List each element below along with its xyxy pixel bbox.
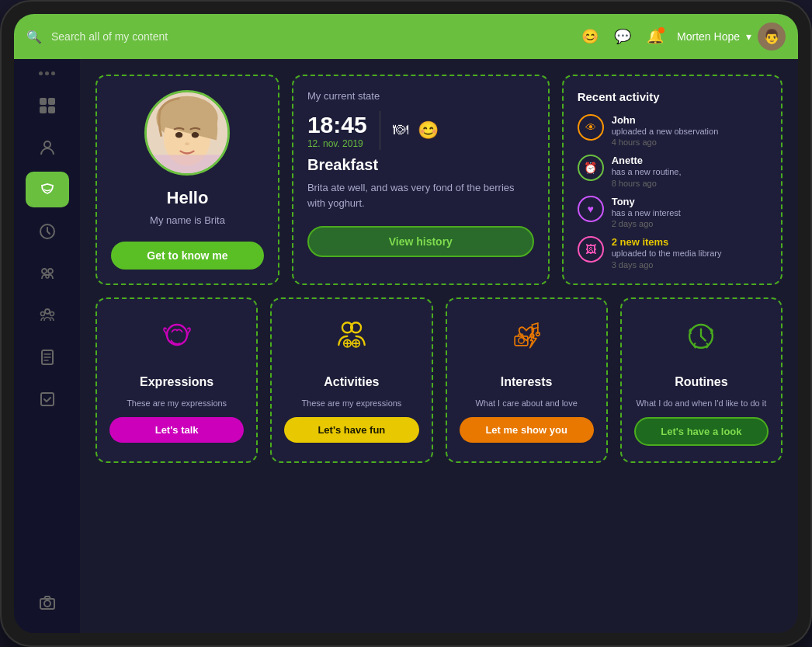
activity-name-john: John bbox=[612, 114, 767, 126]
sidebar-dots bbox=[39, 71, 55, 75]
activity-name-newitems: 2 new items bbox=[612, 236, 767, 248]
expressions-desc: These are my expressions bbox=[127, 398, 227, 408]
state-time-block: 18:45 12. nov. 2019 bbox=[307, 112, 367, 149]
meal-icon: 🍽 bbox=[393, 120, 408, 141]
activity-desc-newitems: uploaded to the media library bbox=[612, 248, 767, 259]
sidebar-item-documents[interactable] bbox=[26, 339, 69, 375]
get-to-know-me-button[interactable]: Get to know me bbox=[111, 242, 264, 270]
chevron-down-icon: ▾ bbox=[746, 30, 751, 43]
category-card-expressions: Expressions These are my expressions Let… bbox=[95, 297, 258, 463]
search-input[interactable] bbox=[51, 30, 570, 43]
state-time: 18:45 bbox=[307, 112, 367, 138]
activity-avatar-newitems: 🖼 bbox=[578, 236, 604, 263]
svg-rect-3 bbox=[48, 106, 55, 113]
activity-avatar-anette: ⏰ bbox=[578, 155, 604, 181]
profile-greeting: Hello bbox=[167, 188, 209, 208]
svg-point-8 bbox=[46, 275, 49, 278]
svg-rect-22 bbox=[147, 155, 227, 173]
sidebar-item-profile[interactable] bbox=[26, 130, 69, 165]
activity-item-tony: ♥ Tony has a new interest 2 days ago bbox=[578, 196, 767, 228]
svg-rect-0 bbox=[40, 98, 47, 105]
routines-desc: What I do and when I'd like to do it bbox=[636, 398, 766, 408]
routines-icon bbox=[681, 315, 721, 363]
sidebar-item-activities[interactable] bbox=[26, 256, 69, 291]
category-card-interests: Interests What I care about and love Let… bbox=[446, 297, 608, 463]
svg-point-7 bbox=[48, 269, 53, 273]
sidebar-item-masks[interactable] bbox=[26, 172, 69, 207]
activity-desc-tony: has a new interest bbox=[612, 207, 767, 219]
topbar-icons: 😊 💬 🔔 Morten Hope ▾ 👨 bbox=[579, 23, 786, 50]
activity-text-tony: Tony has a new interest 2 days ago bbox=[612, 196, 767, 228]
main-layout: Hello My name is Brita Get to know me My… bbox=[14, 59, 798, 633]
svg-point-21 bbox=[186, 142, 190, 145]
profile-name: My name is Brita bbox=[150, 214, 225, 226]
expressions-button[interactable]: Let's talk bbox=[109, 417, 244, 443]
activities-button[interactable]: Let's have fun bbox=[284, 417, 418, 443]
state-time-row: 18:45 12. nov. 2019 🍽 😊 bbox=[307, 111, 534, 150]
expressions-icon bbox=[157, 315, 197, 363]
content-area: Hello My name is Brita Get to know me My… bbox=[80, 59, 798, 633]
svg-rect-13 bbox=[41, 393, 54, 405]
activity-name-anette: Anette bbox=[612, 155, 767, 166]
tablet-frame: 🔍 😊 💬 🔔 Morten Hope ▾ 👨 bbox=[0, 0, 812, 647]
profile-avatar bbox=[144, 90, 230, 176]
activities-desc: These are my expressions bbox=[301, 398, 401, 408]
svg-rect-2 bbox=[40, 106, 47, 113]
activity-time-newitems: 3 days ago bbox=[612, 260, 767, 270]
interests-icon bbox=[506, 315, 547, 363]
smiley-icon[interactable]: 😊 bbox=[579, 26, 601, 47]
user-name: Morten Hope bbox=[677, 30, 740, 43]
svg-point-20 bbox=[192, 132, 199, 138]
activity-text-anette: Anette has a new routine, 8 hours ago bbox=[612, 155, 767, 187]
activity-name-tony: Tony bbox=[612, 196, 767, 207]
activity-list: 👁 John uploaded a new observation 4 hour… bbox=[578, 114, 767, 270]
svg-point-31 bbox=[519, 337, 524, 343]
notification-dot bbox=[658, 27, 665, 33]
sidebar-item-clock[interactable] bbox=[26, 214, 69, 249]
svg-point-23 bbox=[167, 325, 187, 345]
category-card-routines: Routines What I do and when I'd like to … bbox=[620, 297, 783, 463]
bottom-row: Expressions These are my expressions Let… bbox=[95, 297, 783, 463]
svg-point-19 bbox=[175, 132, 182, 138]
sidebar-item-dashboard[interactable] bbox=[26, 88, 69, 123]
chat-icon[interactable]: 💬 bbox=[612, 26, 633, 47]
activity-item-anette: ⏰ Anette has a new routine, 8 hours ago bbox=[578, 155, 767, 187]
activity-item-newitems: 🖼 2 new items uploaded to the media libr… bbox=[578, 236, 767, 269]
topbar: 🔍 😊 💬 🔔 Morten Hope ▾ 👨 bbox=[14, 14, 798, 59]
activities-name: Activities bbox=[324, 375, 379, 389]
category-card-activities: Activities These are my expressions Let'… bbox=[270, 297, 432, 463]
interests-button[interactable]: Let me show you bbox=[460, 417, 594, 443]
activity-text-john: John uploaded a new observation 4 hours … bbox=[612, 114, 767, 147]
view-history-button[interactable]: View history bbox=[307, 226, 534, 257]
meal-name: Breakfast bbox=[307, 156, 378, 174]
activity-time-tony: 2 days ago bbox=[612, 219, 767, 228]
activities-icon bbox=[331, 315, 372, 363]
state-description: Brita ate well, and was very fond of the… bbox=[307, 180, 534, 210]
current-state-card: My current state 18:45 12. nov. 2019 🍽 😊 bbox=[292, 75, 550, 285]
expressions-name: Expressions bbox=[140, 375, 213, 389]
activity-desc-john: uploaded a new observation bbox=[612, 126, 767, 137]
activity-item-john: 👁 John uploaded a new observation 4 hour… bbox=[578, 114, 767, 147]
tablet-inner: 🔍 😊 💬 🔔 Morten Hope ▾ 👨 bbox=[14, 14, 798, 633]
routines-button[interactable]: Let's have a look bbox=[634, 417, 769, 446]
svg-rect-1 bbox=[48, 98, 55, 105]
sidebar-item-groups[interactable] bbox=[26, 297, 69, 333]
recent-activity-card: Recent activity 👁 John uploaded a new ob… bbox=[562, 75, 783, 285]
svg-point-15 bbox=[44, 600, 50, 607]
state-icons: 🍽 😊 bbox=[393, 120, 439, 141]
mood-icon: 😊 bbox=[418, 120, 439, 141]
sidebar-item-tasks[interactable] bbox=[26, 381, 69, 417]
activity-avatar-tony: ♥ bbox=[578, 196, 604, 222]
interests-name: Interests bbox=[501, 375, 553, 389]
sidebar-item-camera[interactable] bbox=[26, 585, 69, 621]
activity-time-john: 4 hours ago bbox=[612, 137, 767, 147]
activity-avatar-john: 👁 bbox=[578, 114, 604, 141]
sidebar bbox=[14, 59, 80, 633]
routines-name: Routines bbox=[675, 375, 727, 389]
svg-point-10 bbox=[40, 312, 44, 316]
user-menu[interactable]: Morten Hope ▾ 👨 bbox=[677, 23, 786, 50]
state-title: My current state bbox=[307, 90, 380, 102]
notification-icon[interactable]: 🔔 bbox=[644, 26, 666, 47]
svg-point-6 bbox=[42, 269, 47, 273]
top-row: Hello My name is Brita Get to know me My… bbox=[95, 75, 783, 285]
